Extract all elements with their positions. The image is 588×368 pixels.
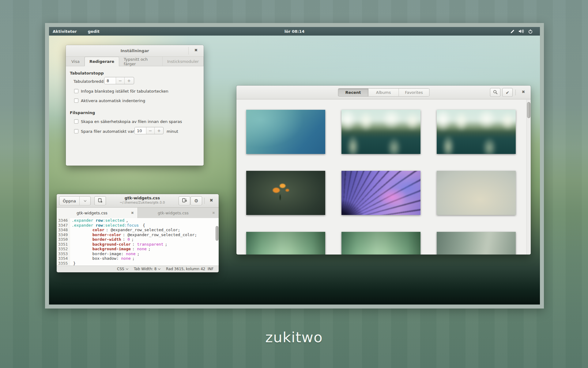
header-divider bbox=[515, 90, 516, 95]
tab-albums[interactable]: Albums bbox=[368, 89, 399, 96]
photo-thumbnail-4[interactable] bbox=[246, 171, 325, 215]
save-document-icon bbox=[182, 198, 187, 204]
document-tabs: gtk-widgets.css ✖ gtk-widgets.css ✖ bbox=[57, 208, 219, 218]
search-button[interactable] bbox=[490, 88, 500, 97]
photo-thumbnail-3[interactable] bbox=[437, 110, 516, 154]
desktop-wallpaper: Aktiviteter gedit lör 08:14 Recent Album… bbox=[49, 27, 540, 305]
tab-width-spinner: 8 − + bbox=[104, 77, 134, 84]
tab-favorites[interactable]: Favorites bbox=[399, 89, 429, 96]
tab-recent[interactable]: Recent bbox=[338, 89, 368, 96]
statusbar: CSS Tab Width: 8 Rad 3615, kolumn 42 INF bbox=[57, 266, 219, 272]
close-button[interactable]: ✖ bbox=[192, 48, 200, 54]
volume-icon[interactable] bbox=[519, 29, 524, 33]
tab-label: gtk-widgets.css bbox=[138, 211, 209, 215]
checkbox-insert-spaces[interactable] bbox=[74, 89, 78, 93]
top-panel: Aktiviteter gedit lör 08:14 bbox=[49, 27, 540, 36]
autosave-suffix-label: minut bbox=[167, 129, 178, 134]
new-document-icon bbox=[98, 198, 103, 204]
screenshot-frame: Aktiviteter gedit lör 08:14 Recent Album… bbox=[45, 23, 544, 309]
power-icon[interactable] bbox=[528, 29, 533, 34]
photo-grid bbox=[236, 99, 531, 255]
tab-label: gtk-widgets.css bbox=[57, 211, 127, 215]
photo-thumbnail-2[interactable] bbox=[341, 110, 420, 154]
photo-thumbnail-5[interactable] bbox=[341, 171, 420, 215]
header-divider bbox=[204, 198, 205, 204]
photos-window: Recent Albums Favorites ✔ ✖ bbox=[236, 86, 531, 255]
plus-button[interactable]: + bbox=[155, 127, 163, 134]
dialog-titlebar: Inställningar ✖ bbox=[66, 45, 204, 57]
scrollbar-track[interactable] bbox=[526, 100, 531, 255]
minus-button[interactable]: − bbox=[116, 77, 125, 84]
preferences-content: Tabulatorstopp Tabulatorbredd: 8 − + Inf… bbox=[66, 67, 204, 166]
checkbox-backup[interactable] bbox=[74, 119, 78, 124]
panel-clock[interactable]: lör 08:14 bbox=[285, 29, 305, 34]
language-selector[interactable]: CSS bbox=[117, 267, 128, 271]
tab-width-label: Tabulatorbredd: bbox=[74, 79, 105, 84]
document-path: ~/.themes/Zukitwo/gtk-3.0 bbox=[109, 201, 176, 205]
plus-button[interactable]: + bbox=[125, 77, 133, 84]
check-icon: ✔ bbox=[506, 90, 509, 95]
dialog-title: Inställningar bbox=[66, 48, 204, 53]
checkbox-insert-spaces-label: Infoga blanksteg istället för tabulatort… bbox=[81, 89, 168, 94]
tab-width-selector[interactable]: Tab Width: 8 bbox=[134, 267, 160, 271]
search-icon bbox=[493, 90, 498, 95]
panel-app-menu[interactable]: gedit bbox=[86, 29, 101, 34]
tab-width-value[interactable]: 8 bbox=[104, 77, 116, 84]
scrollbar-handle[interactable] bbox=[527, 102, 530, 118]
preferences-tabs: Visa Redigerare Typsnitt och färger Inst… bbox=[66, 57, 204, 66]
section-heading-tabstops: Tabulatorstopp bbox=[70, 71, 104, 75]
gedit-window: Öppna gtk-widgets.css ~/.themes/Zukitwo/… bbox=[57, 194, 219, 272]
select-button[interactable]: ✔ bbox=[502, 88, 513, 97]
close-button[interactable]: ✖ bbox=[519, 90, 527, 94]
photo-thumbnail-7[interactable] bbox=[246, 232, 325, 255]
open-button-label: Öppna bbox=[59, 199, 79, 203]
checkbox-autosave[interactable] bbox=[74, 129, 78, 133]
section-heading-filesaving: Filsparning bbox=[70, 110, 95, 115]
panel-activities[interactable]: Aktiviteter bbox=[51, 29, 79, 34]
close-button[interactable]: ✖ bbox=[207, 198, 215, 203]
autosave-spinner: 10 − + bbox=[134, 127, 164, 134]
cursor-position: Rad 3615, kolumn 42 bbox=[166, 267, 205, 271]
photo-thumbnail-1[interactable] bbox=[246, 110, 325, 154]
tab-visa[interactable]: Visa bbox=[67, 57, 85, 66]
tab-typsnitt[interactable]: Typsnitt och färger bbox=[119, 57, 163, 66]
gear-icon: ⚙ bbox=[194, 198, 198, 204]
gedit-headerbar: Öppna gtk-widgets.css ~/.themes/Zukitwo/… bbox=[57, 194, 219, 208]
preferences-dialog: Inställningar ✖ Visa Redigerare Typsnitt… bbox=[66, 45, 204, 166]
autosave-value[interactable]: 10 bbox=[135, 127, 146, 134]
chevron-down-icon[interactable] bbox=[79, 197, 90, 205]
checkbox-auto-indent[interactable] bbox=[74, 98, 78, 103]
document-title: gtk-widgets.css bbox=[109, 196, 176, 200]
chevron-down-icon bbox=[126, 267, 128, 270]
titlebar-divider bbox=[188, 47, 189, 55]
code-editor[interactable]: 3346.expander row:selected,3347.expander… bbox=[57, 218, 219, 266]
checkbox-auto-indent-label: Aktivera automatisk indentering bbox=[81, 98, 145, 103]
save-document-button[interactable] bbox=[179, 196, 190, 205]
tablet-pen-icon[interactable] bbox=[510, 29, 515, 34]
chevron-down-icon bbox=[158, 267, 160, 270]
scrollbar-handle[interactable] bbox=[216, 226, 218, 241]
checkbox-backup-label: Skapa en säkerhetskopia av filen innan d… bbox=[81, 119, 182, 124]
menu-button[interactable]: ⚙ bbox=[190, 196, 202, 205]
photo-thumbnail-8[interactable] bbox=[341, 232, 420, 255]
photo-thumbnail-9[interactable] bbox=[437, 232, 516, 255]
input-mode: INF bbox=[208, 267, 213, 271]
backdrop: Aktiviteter gedit lör 08:14 Recent Album… bbox=[0, 0, 588, 368]
tab-insticksmoduler[interactable]: Insticksmoduler bbox=[163, 57, 204, 66]
photo-thumbnail-6[interactable] bbox=[437, 171, 516, 215]
photos-view-switcher: Recent Albums Favorites bbox=[338, 88, 429, 97]
tab-redigerare[interactable]: Redigerare bbox=[85, 57, 119, 66]
checkbox-autosave-label: Spara filer automatiskt var bbox=[81, 129, 134, 134]
tab-document-2[interactable]: gtk-widgets.css ✖ bbox=[138, 208, 219, 218]
new-document-button[interactable] bbox=[94, 196, 106, 205]
document-title-block: gtk-widgets.css ~/.themes/Zukitwo/gtk-3.… bbox=[109, 196, 176, 205]
minus-button[interactable]: − bbox=[146, 127, 155, 134]
tab-document-1[interactable]: gtk-widgets.css ✖ bbox=[57, 208, 138, 218]
theme-name-watermark: zukitwo bbox=[0, 329, 588, 346]
open-button[interactable]: Öppna bbox=[59, 196, 91, 205]
tab-close-icon[interactable]: ✖ bbox=[127, 211, 138, 215]
tab-close-icon[interactable]: ✖ bbox=[209, 211, 219, 215]
photos-headerbar: Recent Albums Favorites ✔ ✖ bbox=[236, 86, 531, 99]
